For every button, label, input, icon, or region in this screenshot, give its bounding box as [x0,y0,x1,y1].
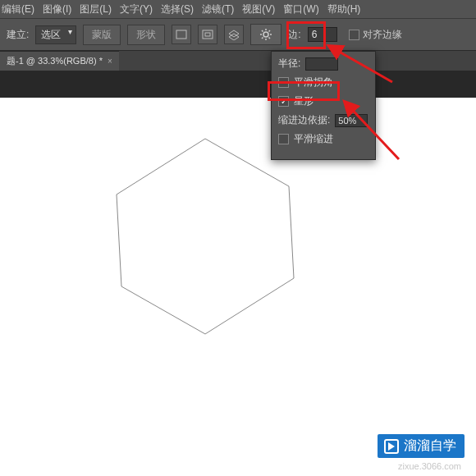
svg-line-12 [262,38,263,39]
watermark-badge: 溜溜自学 [378,434,465,458]
menu-help[interactable]: 帮助(H) [327,2,361,16]
document-tab[interactable]: 题-1 @ 33.3%(RGB/8) * × [0,51,119,71]
shape-button[interactable]: 形状 [127,25,165,45]
indent-label: 缩进边依据: [278,113,330,127]
gear-options-button[interactable] [250,24,281,45]
smooth-indent-label: 平滑缩进 [294,132,333,146]
svg-line-11 [269,30,271,32]
star-label: 星形 [294,94,314,108]
canvas-area [0,71,476,476]
svg-point-5 [263,32,268,37]
align-icon-2[interactable] [198,25,217,44]
star-checkbox[interactable]: ✓ [278,96,289,107]
options-bar: 建立: 选区 蒙版 形状 边: 对齐边缘 [0,18,476,51]
smooth-corners-label: 平滑拐角 [294,76,333,89]
create-label: 建立: [7,28,29,42]
gear-icon [259,28,272,41]
create-dropdown[interactable]: 选区 [35,25,76,44]
play-icon [384,439,399,454]
svg-marker-14 [117,139,294,334]
svg-line-10 [262,30,263,32]
menu-image[interactable]: 图像(I) [43,2,71,16]
watermark-url: zixue.3066.com [398,461,461,471]
layers-icon[interactable] [224,25,244,44]
watermark-text: 溜溜自学 [404,437,456,455]
tab-title: 题-1 @ 33.3%(RGB/8) * [7,55,103,67]
sides-label: 边: [288,28,300,42]
menu-view[interactable]: 视图(V) [242,2,275,16]
radius-input[interactable] [305,57,338,71]
svg-marker-17 [388,442,395,451]
menu-layer[interactable]: 图层(L) [80,2,112,16]
align-edges-checkbox[interactable] [349,30,359,40]
menu-edit[interactable]: 编辑(E) [2,2,34,16]
svg-rect-2 [205,33,210,36]
document-canvas[interactable] [0,98,476,476]
smooth-indent-checkbox[interactable] [278,134,289,144]
align-edges-label: 对齐边缘 [363,28,402,42]
menu-text[interactable]: 文字(Y) [120,2,153,16]
tab-bar: 题-1 @ 33.3%(RGB/8) * × [0,51,476,71]
polygon-options-popup: 半径: 平滑拐角 ✓ 星形 缩进边依据: 平滑缩进 [271,51,376,160]
close-icon[interactable]: × [108,57,112,66]
align-icon-1[interactable] [172,25,191,44]
svg-rect-1 [203,30,213,39]
menu-bar: 编辑(E) 图像(I) 图层(L) 文字(Y) 选择(S) 滤镜(T) 视图(V… [0,0,476,18]
indent-input[interactable] [335,114,368,127]
menu-select[interactable]: 选择(S) [161,2,194,16]
hexagon-shape [98,130,312,344]
radius-label: 半径: [278,57,300,71]
mask-button[interactable]: 蒙版 [83,25,121,45]
sides-input[interactable] [308,27,337,42]
smooth-corners-checkbox[interactable] [278,77,289,88]
menu-window[interactable]: 窗口(W) [283,2,318,16]
svg-rect-0 [176,30,186,39]
svg-line-13 [269,38,271,39]
menu-filter[interactable]: 滤镜(T) [202,2,234,16]
